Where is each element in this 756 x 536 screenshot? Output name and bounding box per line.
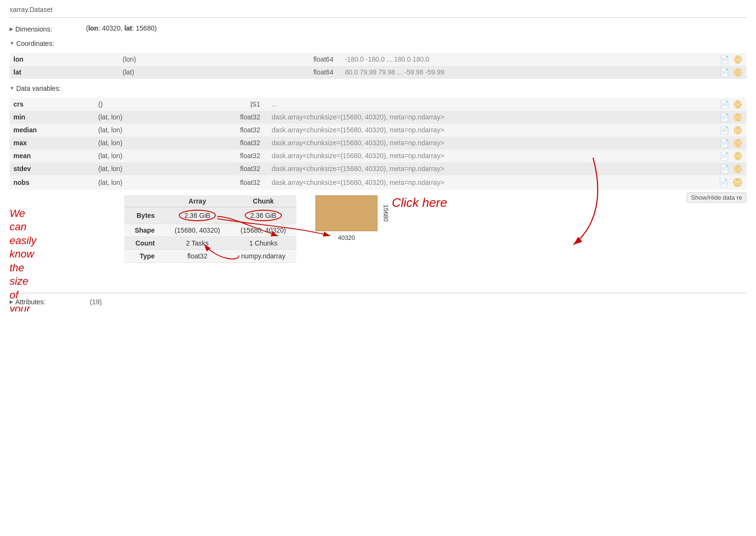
db-icon[interactable]: 📀 (733, 151, 743, 161)
db-icon[interactable]: 📀 (733, 55, 743, 64)
var-crs-name: crs (10, 98, 94, 111)
repr-type-row: Type float32 numpy.ndarray (124, 249, 296, 262)
dimensions-toggle[interactable]: ▶ Dimensions: (10, 25, 86, 33)
table-row: stdev (lat, lon) float32 dask.array<chun… (10, 162, 746, 175)
var-nobs-dtype: float32 (200, 175, 264, 190)
attributes-section: ▶ Attributes: (19) (10, 293, 746, 306)
chunk-height-label: 15680 (382, 204, 389, 222)
coord-lat-icons: 📄 📀 (654, 66, 746, 79)
table-row: max (lat, lon) float32 dask.array<chunks… (10, 137, 746, 150)
datavars-arrow: ▼ (10, 86, 14, 91)
repr-count-row: Count 2 Tasks 1 Chunks (124, 236, 296, 249)
db-icon[interactable]: 📀 (733, 164, 743, 173)
var-mean-dtype: float32 (200, 150, 264, 162)
repr-type-label: Type (124, 249, 164, 262)
repr-table: Array Chunk Bytes 2.36 GiB 2.36 GiB Shap… (124, 195, 296, 263)
coord-lon-values: -180.0 -180.0 ... 180.0 180.0 (337, 53, 654, 66)
dimensions-value: (lon: 40320, lat: 15680) (86, 24, 157, 32)
dim-lat-name: lat (124, 24, 132, 32)
doc-icon[interactable]: 📄 (720, 164, 729, 173)
repr-shape-row: Shape (15680, 40320) (15680, 40320) (124, 224, 296, 236)
var-stdev-dtype: float32 (200, 162, 264, 175)
table-row: median (lat, lon) float32 dask.array<chu… (10, 124, 746, 137)
var-crs-icons: 📄 📀 (672, 98, 746, 111)
repr-type-array: float32 (164, 249, 230, 262)
var-nobs-name: nobs (10, 175, 94, 190)
doc-icon[interactable]: 📄 (720, 100, 729, 109)
var-crs-dims: () (94, 98, 200, 111)
datavars-table: crs () |S1 ... 📄 📀 min (lat, lon) float3… (10, 98, 746, 190)
repr-bytes-array: 2.36 GiB (164, 207, 230, 224)
repr-bytes-chunk: 2.36 GiB (230, 207, 296, 224)
table-row: lon (lon) float64 -180.0 -180.0 ... 180.… (10, 53, 746, 66)
var-min-icons: 📄 📀 (672, 111, 746, 124)
repr-header-chunk: Chunk (230, 195, 296, 207)
var-stdev-dims: (lat, lon) (94, 162, 200, 175)
var-nobs-values: dask.array<chunksize=(15680, 40320), met… (264, 175, 672, 190)
db-icon[interactable]: 📀 (733, 100, 743, 109)
var-median-icons: 📄 📀 (672, 124, 746, 137)
db-icon-highlighted[interactable]: 📀 (732, 177, 743, 188)
repr-inner: Array Chunk Bytes 2.36 GiB 2.36 GiB Shap… (124, 195, 746, 263)
repr-bytes-row: Bytes 2.36 GiB 2.36 GiB (124, 207, 296, 224)
coordinates-arrow: ▼ (10, 41, 14, 46)
show-hide-button[interactable]: Show/Hide data re (687, 193, 746, 203)
var-max-values: dask.array<chunksize=(15680, 40320), met… (264, 137, 672, 150)
var-min-name: min (10, 111, 94, 124)
doc-icon[interactable]: 📄 (720, 139, 729, 148)
coordinates-toggle[interactable]: ▼ Coordinates: (10, 40, 86, 47)
chunk-width-label: 40320 (338, 234, 355, 241)
datavars-toggle[interactable]: ▼ Data variables: (10, 85, 86, 92)
chunk-visualization: 15680 40320 (315, 195, 378, 241)
var-min-dims: (lat, lon) (94, 111, 200, 124)
db-icon[interactable]: 📀 (733, 126, 743, 135)
repr-bytes-label: Bytes (124, 207, 164, 224)
var-max-dims: (lat, lon) (94, 137, 200, 150)
var-median-dims: (lat, lon) (94, 124, 200, 137)
coord-lon-dtype: float64 (255, 53, 337, 66)
repr-header-array: Array (164, 195, 230, 207)
dimensions-label: Dimensions: (15, 25, 52, 33)
doc-icon[interactable]: 📄 (720, 151, 729, 161)
var-stdev-values: dask.array<chunksize=(15680, 40320), met… (264, 162, 672, 175)
doc-icon[interactable]: 📄 (720, 113, 729, 122)
doc-icon[interactable]: 📄 (720, 68, 729, 77)
var-nobs-icons: 📄 📀 (672, 175, 746, 190)
doc-icon[interactable]: 📄 (720, 55, 729, 64)
var-min-dtype: float32 (200, 111, 264, 124)
datavars-label: Data variables: (16, 85, 61, 92)
db-icon[interactable]: 📀 (733, 139, 743, 148)
db-icon[interactable]: 📀 (733, 113, 743, 122)
coord-lon-name: lon (10, 53, 119, 66)
coordinates-label: Coordinates: (16, 40, 54, 47)
db-icon[interactable]: 📀 (733, 68, 743, 77)
var-mean-dims: (lat, lon) (94, 150, 200, 162)
xarray-dataset-title: xarray.Dataset (10, 6, 746, 18)
repr-header-label (124, 195, 164, 207)
dimensions-arrow: ▶ (10, 26, 13, 32)
var-min-values: dask.array<chunksize=(15680, 40320), met… (264, 111, 672, 124)
coord-lat-dims: (lat) (119, 66, 256, 79)
table-row: nobs (lat, lon) float32 dask.array<chunk… (10, 175, 746, 190)
var-median-values: dask.array<chunksize=(15680, 40320), met… (264, 124, 672, 137)
var-max-icons: 📄 📀 (672, 137, 746, 150)
table-row: lat (lat) float64 80.0 79.99 79.98 ... -… (10, 66, 746, 79)
coord-lat-dtype: float64 (255, 66, 337, 79)
dim-lon-name: lon (88, 24, 98, 32)
click-here-text: Click here (392, 195, 447, 210)
repr-count-array: 2 Tasks (164, 236, 230, 249)
attributes-count: (19) (90, 298, 102, 306)
repr-shape-chunk: (15680, 40320) (230, 224, 296, 236)
var-crs-dtype: |S1 (200, 98, 264, 111)
repr-count-chunk: 1 Chunks (230, 236, 296, 249)
table-row: mean (lat, lon) float32 dask.array<chunk… (10, 150, 746, 162)
doc-icon[interactable]: 📄 (720, 126, 729, 135)
table-row: min (lat, lon) float32 dask.array<chunks… (10, 111, 746, 124)
repr-shape-label: Shape (124, 224, 164, 236)
var-stdev-name: stdev (10, 162, 94, 175)
coord-lon-icons: 📄 📀 (654, 53, 746, 66)
var-median-name: median (10, 124, 94, 137)
var-mean-icons: 📄 📀 (672, 150, 746, 162)
annotation-text: We can easily know the size of your arra… (10, 207, 38, 311)
doc-icon[interactable]: 📄 (719, 178, 728, 187)
